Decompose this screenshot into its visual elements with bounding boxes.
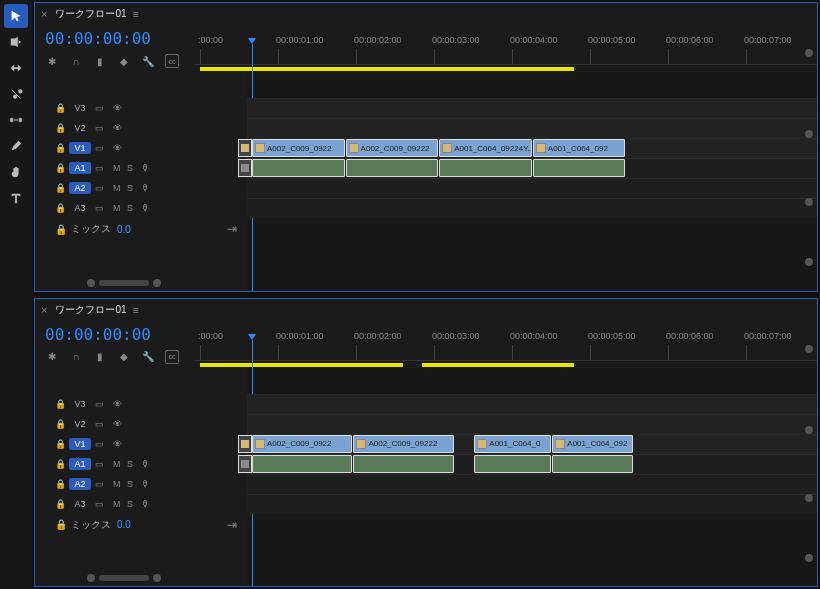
tracks-area[interactable]: A002_C009_0922A002_C009_09222A001_C064_0…	[247, 72, 817, 291]
track-select-tool[interactable]	[4, 30, 28, 54]
time-ruler[interactable]: :00:0000:00:01:0000:00:02:0000:00:03:000…	[195, 321, 817, 368]
audio-track-header[interactable]: 🔒 A1 ▭ M S 🎙	[35, 158, 247, 178]
audio-track-row[interactable]	[247, 198, 817, 218]
vscroll-handle[interactable]	[805, 494, 813, 502]
vscroll-handle[interactable]	[805, 198, 813, 206]
mute-toggle[interactable]: M	[113, 459, 123, 469]
audio-clip[interactable]	[439, 159, 532, 177]
panel-menu-icon[interactable]: ≡	[133, 304, 139, 316]
playhead-timecode[interactable]: 00:00:00:00	[41, 323, 189, 348]
audio-clip[interactable]	[252, 455, 352, 473]
track-target[interactable]: V1	[69, 438, 91, 450]
scroll-thumb[interactable]	[99, 280, 149, 286]
lock-icon[interactable]: 🔒	[55, 419, 65, 429]
zoom-out-handle[interactable]	[87, 279, 95, 287]
magnet-icon[interactable]: ∩	[69, 350, 83, 364]
mute-toggle[interactable]: M	[113, 499, 123, 509]
cc-icon[interactable]: cc	[165, 54, 179, 68]
audio-track-header[interactable]: 🔒 A2 ▭ M S 🎙	[35, 178, 247, 198]
lock-icon[interactable]: 🔒	[55, 499, 65, 509]
audio-track-row[interactable]	[247, 178, 817, 198]
cc-icon[interactable]: cc	[165, 350, 179, 364]
work-area-bar[interactable]	[200, 363, 403, 367]
track-target[interactable]: V3	[69, 398, 91, 410]
video-clip[interactable]: A002_C009_0922	[252, 139, 345, 157]
track-target[interactable]: V1	[69, 142, 91, 154]
video-track-header[interactable]: 🔒 V1 ▭ 👁	[35, 434, 247, 454]
work-area-bar[interactable]	[422, 363, 574, 367]
video-clip[interactable]: A001_C064_09224Y...	[439, 139, 532, 157]
solo-toggle[interactable]: S	[127, 499, 137, 509]
video-clip[interactable]: A001_C064_092	[552, 435, 633, 453]
toggle-output-icon[interactable]: ▭	[95, 183, 109, 193]
audio-track-header[interactable]: 🔒 A3 ▭ M S 🎙	[35, 198, 247, 218]
expand-icon[interactable]: ⇥	[227, 222, 237, 236]
track-target[interactable]: A2	[69, 182, 91, 194]
mute-toggle[interactable]: M	[113, 203, 123, 213]
eye-icon[interactable]: 👁	[113, 439, 127, 449]
audio-clip[interactable]	[346, 159, 439, 177]
audio-track-row[interactable]	[247, 494, 817, 514]
track-target[interactable]: A1	[69, 458, 91, 470]
toggle-output-icon[interactable]: ▭	[95, 123, 109, 133]
mix-track-header[interactable]: 🔒 ミックス 0.0 ⇥	[35, 514, 247, 536]
mute-toggle[interactable]: M	[113, 479, 123, 489]
clip-fragment[interactable]	[238, 159, 252, 177]
solo-toggle[interactable]: S	[127, 183, 137, 193]
clip-fragment[interactable]	[238, 139, 252, 157]
lock-icon[interactable]: 🔒	[55, 123, 65, 133]
voiceover-icon[interactable]: 🎙	[141, 203, 150, 213]
toggle-output-icon[interactable]: ▭	[95, 439, 109, 449]
snap-icon[interactable]: ✱	[45, 350, 59, 364]
audio-clip[interactable]	[474, 455, 551, 473]
lock-icon[interactable]: 🔒	[55, 163, 65, 173]
voiceover-icon[interactable]: 🎙	[141, 479, 150, 489]
track-target[interactable]: A3	[69, 202, 91, 214]
work-area-bar[interactable]	[200, 67, 574, 71]
magnet-icon[interactable]: ∩	[69, 54, 83, 68]
solo-toggle[interactable]: S	[127, 459, 137, 469]
time-ruler[interactable]: :00:0000:00:01:0000:00:02:0000:00:03:000…	[195, 25, 817, 72]
toggle-output-icon[interactable]: ▭	[95, 459, 109, 469]
toggle-output-icon[interactable]: ▭	[95, 143, 109, 153]
audio-clip[interactable]	[533, 159, 626, 177]
expand-icon[interactable]: ⇥	[227, 518, 237, 532]
razor-tool[interactable]	[4, 82, 28, 106]
track-target[interactable]: A1	[69, 162, 91, 174]
video-track-header[interactable]: 🔒 V2 ▭ 👁	[35, 118, 247, 138]
marker-icon[interactable]: ◆	[117, 54, 131, 68]
zoom-in-handle[interactable]	[153, 279, 161, 287]
eye-icon[interactable]: 👁	[113, 123, 127, 133]
linked-selection-icon[interactable]: ▮	[93, 54, 107, 68]
scroll-thumb[interactable]	[99, 575, 149, 581]
audio-track-header[interactable]: 🔒 A3 ▭ M S 🎙	[35, 494, 247, 514]
video-track-row[interactable]	[247, 414, 817, 434]
panel-menu-icon[interactable]: ≡	[133, 8, 139, 20]
track-target[interactable]: V2	[69, 122, 91, 134]
eye-icon[interactable]: 👁	[113, 103, 127, 113]
audio-clip[interactable]	[552, 455, 633, 473]
eye-icon[interactable]: 👁	[113, 419, 127, 429]
snap-icon[interactable]: ✱	[45, 54, 59, 68]
audio-track-row[interactable]	[247, 474, 817, 494]
toggle-output-icon[interactable]: ▭	[95, 203, 109, 213]
video-track-header[interactable]: 🔒 V3 ▭ 👁	[35, 98, 247, 118]
toggle-output-icon[interactable]: ▭	[95, 419, 109, 429]
video-track-row[interactable]	[247, 394, 817, 414]
vscroll-handle[interactable]	[805, 554, 813, 562]
lock-icon[interactable]: 🔒	[55, 183, 65, 193]
selection-tool[interactable]	[4, 4, 28, 28]
clip-fragment[interactable]	[238, 455, 252, 473]
vscroll-handle[interactable]	[805, 258, 813, 266]
lock-icon[interactable]: 🔒	[55, 224, 65, 235]
eye-icon[interactable]: 👁	[113, 399, 127, 409]
marker-icon[interactable]: ◆	[117, 350, 131, 364]
sequence-tab-title[interactable]: ワークフロー01	[55, 303, 126, 317]
zoom-in-handle[interactable]	[153, 574, 161, 582]
toggle-output-icon[interactable]: ▭	[95, 103, 109, 113]
video-clip[interactable]: A001_C064_0	[474, 435, 551, 453]
toggle-output-icon[interactable]: ▭	[95, 399, 109, 409]
video-track-header[interactable]: 🔒 V2 ▭ 👁	[35, 414, 247, 434]
track-target[interactable]: V3	[69, 102, 91, 114]
video-clip[interactable]: A002_C009_09222	[346, 139, 439, 157]
